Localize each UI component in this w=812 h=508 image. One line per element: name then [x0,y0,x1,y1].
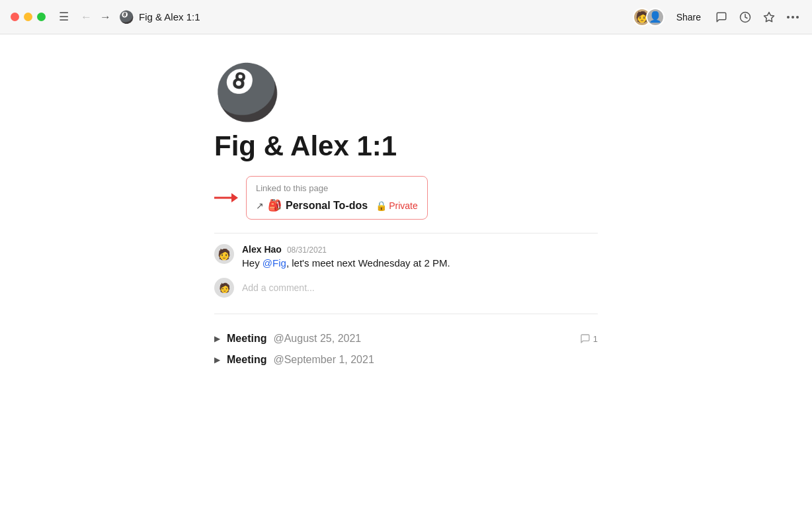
avatars: 🧑 👤 [633,8,665,26]
meeting-title-2: Meeting [227,354,266,366]
triangle-icon-1: ▶ [214,334,220,343]
share-button[interactable]: Share [671,9,706,25]
divider-top [214,233,598,233]
svg-marker-6 [231,193,238,202]
linked-label: Linked to this page [256,183,418,193]
meeting-date-2: @September 1, 2021 [273,354,374,366]
add-comment-input[interactable]: Add a comment... [242,282,598,293]
titlebar-right: 🧑 👤 Share [633,8,801,26]
comment-header: Alex Hao 08/31/2021 [242,244,450,255]
traffic-light-yellow[interactable] [24,13,32,21]
comment-text: Hey @Fig, let's meet next Wednesday at 2… [242,257,450,269]
comment-text-pre: Hey [242,257,263,269]
nav-buttons: ← → [78,10,114,24]
private-label: Private [389,200,418,211]
meeting-left-1: ▶ Meeting @August 25, 2021 [214,333,361,345]
comment-author: Alex Hao [242,244,282,255]
link-arrow-icon: ↗ [256,200,264,211]
traffic-light-red[interactable] [11,13,19,21]
linked-box-wrapper: Linked to this page ↗ 🎒 Personal To-dos … [214,176,598,220]
meeting-title-1: Meeting [227,333,266,345]
svg-point-4 [796,16,799,19]
triangle-icon-2: ▶ [214,355,220,364]
linked-box[interactable]: Linked to this page ↗ 🎒 Personal To-dos … [246,176,428,220]
add-comment-avatar: 🧑 [214,278,234,298]
traffic-lights [11,13,46,21]
nav-forward-button[interactable]: → [97,10,114,24]
comment-text-post: , let's meet next Wednesday at 2 PM. [286,257,450,269]
traffic-light-green[interactable] [37,13,46,21]
page-title-bar: 🎱 Fig & Alex 1:1 [119,10,633,24]
page-emoji: 🎱 [214,66,598,119]
comment-avatar: 🧑 [214,244,234,264]
meeting-row-1[interactable]: ▶ Meeting @August 25, 2021 1 [214,333,598,345]
meeting-date-1: @August 25, 2021 [273,333,361,345]
svg-point-3 [792,16,794,19]
meeting-row-2[interactable]: ▶ Meeting @September 1, 2021 [214,354,598,366]
more-icon-button[interactable] [784,13,801,21]
star-icon-button[interactable] [760,9,778,26]
linked-item: ↗ 🎒 Personal To-dos 🔒 Private [256,198,418,212]
arrow-right-indicator [214,190,238,205]
lock-icon: 🔒 [376,200,387,211]
divider-bottom [214,314,598,314]
linked-item-emoji: 🎒 [268,198,282,212]
nav-back-button[interactable]: ← [78,10,95,24]
hamburger-button[interactable]: ☰ [56,9,71,25]
linked-page-name[interactable]: Personal To-dos [286,200,368,212]
titlebar: ☰ ← → 🎱 Fig & Alex 1:1 🧑 👤 Share [0,0,812,34]
svg-marker-1 [764,12,774,21]
comment-bubble-icon-1 [580,333,590,344]
meetings-section: ▶ Meeting @August 25, 2021 1 ▶ Meeting @… [214,333,598,366]
history-icon-button[interactable] [737,9,754,26]
comment-mention[interactable]: @Fig [263,257,286,269]
content-wrapper: 🎱 Fig & Alex 1:1 Linked to this page ↗ 🎒… [161,66,651,366]
meeting-comment-count-1: 1 [580,333,598,344]
meeting-left-2: ▶ Meeting @September 1, 2021 [214,354,374,366]
main-content: 🎱 Fig & Alex 1:1 Linked to this page ↗ 🎒… [0,34,812,508]
comment-body: Alex Hao 08/31/2021 Hey @Fig, let's meet… [242,244,450,269]
add-comment-row: 🧑 Add a comment... [214,278,598,298]
comment-section: 🧑 Alex Hao 08/31/2021 Hey @Fig, let's me… [214,244,598,269]
comment-icon-button[interactable] [713,9,730,26]
avatar-2: 👤 [646,8,665,26]
page-icon-small: 🎱 [119,10,134,24]
private-badge: 🔒 Private [376,200,418,211]
meeting-comment-num-1: 1 [593,334,598,344]
svg-point-2 [787,16,790,19]
comment-date: 08/31/2021 [287,245,327,255]
titlebar-page-title: Fig & Alex 1:1 [139,11,200,22]
page-title: Fig & Alex 1:1 [214,130,598,163]
